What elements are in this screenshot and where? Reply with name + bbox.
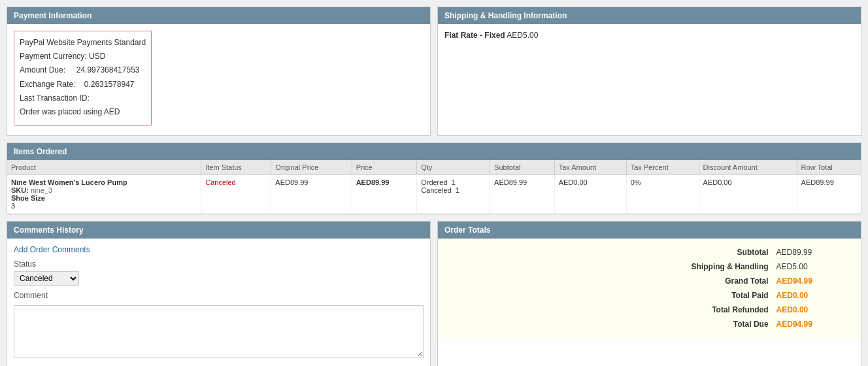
tax-amount-cell: AED0.00 — [554, 175, 626, 214]
payment-info-header: Payment Information — [7, 7, 430, 24]
price-value: AED89.99 — [356, 178, 390, 186]
subtotal-row: Subtotal AED89.99 — [444, 245, 854, 259]
comments-history-header: Comments History — [7, 222, 430, 239]
total-due-label: Total Due — [444, 317, 773, 331]
item-status-value: Canceled — [205, 178, 235, 186]
items-table-head: Product Item Status Original Price Price… — [7, 160, 861, 175]
qty-canceled-line: Canceled 1 — [421, 186, 486, 194]
order-totals-panel: Order Totals Subtotal AED89.99 Shipping … — [437, 221, 861, 366]
status-select[interactable]: Canceled Pending Processing Complete Clo… — [14, 271, 79, 286]
comments-body: Add Order Comments Status Canceled Pendi… — [7, 239, 430, 366]
original-price-cell: AED89.99 — [271, 175, 352, 214]
totals-table: Subtotal AED89.99 Shipping & Handling AE… — [444, 245, 854, 331]
shipping-rate: Flat Rate - Fixed AED5.00 — [444, 31, 854, 40]
grand-total-value: AED94.99 — [773, 274, 854, 288]
qty-canceled-val: 1 — [456, 186, 459, 194]
total-paid-row: Total Paid AED0.00 — [444, 288, 854, 303]
payment-info-body: PayPal Website Payments Standard Payment… — [7, 24, 430, 135]
totals-table-body: Subtotal AED89.99 Shipping & Handling AE… — [444, 245, 854, 331]
transaction-label: Last Transaction ID: — [20, 93, 90, 103]
total-paid-value: AED0.00 — [773, 288, 854, 303]
comment-label: Comment — [14, 291, 424, 300]
qty-cell: Ordered 1 Canceled 1 — [417, 175, 490, 214]
col-product: Product — [7, 160, 201, 175]
shipping-info-header: Shipping & Handling Information — [438, 7, 861, 24]
status-label: Status — [14, 259, 424, 269]
table-row: Nine West Women's Lucero Pump SKU: nine_… — [7, 175, 861, 214]
col-row-total: Row Total — [797, 160, 861, 175]
exchange-label: Exchange Rate: — [20, 80, 75, 89]
order-note: Order was placed using AED — [20, 106, 146, 118]
add-order-comments-link[interactable]: Add Order Comments — [14, 245, 90, 254]
grand-total-label: Grand Total — [444, 274, 773, 288]
payment-info-title: Payment Information — [14, 11, 92, 20]
price-cell: AED89.99 — [352, 175, 417, 214]
payment-info-panel: Payment Information PayPal Website Payme… — [7, 7, 431, 136]
col-item-status: Item Status — [201, 160, 271, 175]
shoe-size-label: Shoe Size — [11, 194, 45, 202]
sku-line: SKU: nine_3 — [11, 186, 197, 194]
comment-textarea[interactable] — [14, 305, 424, 358]
discount-amount-cell: AED0.00 — [699, 175, 797, 214]
total-refunded-label: Total Refunded — [444, 303, 773, 317]
shipping-label: Flat Rate - Fixed — [444, 31, 505, 40]
col-qty: Qty — [417, 160, 490, 175]
payment-info-box: PayPal Website Payments Standard Payment… — [14, 31, 152, 125]
product-cell: Nine West Women's Lucero Pump SKU: nine_… — [7, 175, 201, 214]
sku-value: nine_3 — [31, 186, 52, 194]
comments-history-title: Comments History — [14, 225, 84, 235]
col-discount-amount: Discount Amount — [699, 160, 797, 175]
currency-label: Payment Currency: — [20, 52, 87, 61]
shoe-size-value: 3 — [11, 202, 15, 210]
transaction-id-row: Last Transaction ID: — [20, 92, 146, 105]
sku-label: SKU: — [11, 186, 29, 194]
item-status-cell: Canceled — [201, 175, 271, 214]
subtotal-value: AED89.99 — [773, 245, 854, 259]
attr-label-row: Shoe Size — [11, 194, 197, 202]
bottom-row: Comments History Add Order Comments Stat… — [7, 221, 861, 366]
qty-ordered-line: Ordered 1 — [421, 178, 486, 186]
amount-due-row: Amount Due: 24.997368417553 — [20, 64, 146, 76]
attr-value-row: 3 — [11, 202, 197, 210]
exchange-value: 0.2631578947 — [84, 80, 135, 89]
items-table-body: Nine West Women's Lucero Pump SKU: nine_… — [7, 175, 861, 214]
items-table: Product Item Status Original Price Price… — [7, 160, 861, 214]
col-tax-amount: Tax Amount — [554, 160, 626, 175]
qty-ordered-val: 1 — [452, 178, 456, 186]
col-original-price: Original Price — [271, 160, 352, 175]
order-totals-title: Order Totals — [444, 225, 490, 235]
shipping-info-title: Shipping & Handling Information — [444, 11, 567, 20]
items-ordered-header: Items Ordered — [7, 143, 861, 160]
grand-total-row: Grand Total AED94.99 — [444, 274, 854, 288]
qty-ordered-label: Ordered — [421, 178, 447, 186]
top-row: Payment Information PayPal Website Payme… — [7, 7, 861, 136]
payment-method: PayPal Website Payments Standard — [20, 37, 146, 49]
total-paid-label: Total Paid — [444, 288, 773, 303]
shipping-info-panel: Shipping & Handling Information Flat Rat… — [437, 7, 861, 136]
order-totals-header: Order Totals — [438, 222, 861, 239]
qty-canceled-label: Canceled — [421, 186, 451, 194]
col-subtotal: Subtotal — [490, 160, 555, 175]
items-table-header-row: Product Item Status Original Price Price… — [7, 160, 861, 175]
col-tax-percent: Tax Percent — [626, 160, 699, 175]
shipping-row: Shipping & Handling AED5.00 — [444, 259, 854, 274]
items-ordered-panel: Items Ordered Product Item Status Origin… — [7, 142, 861, 214]
payment-currency-row: Payment Currency: USD — [20, 50, 146, 63]
total-refunded-value: AED0.00 — [773, 303, 854, 317]
row-total-cell: AED89.99 — [797, 175, 861, 214]
total-due-row: Total Due AED94.99 — [444, 317, 854, 331]
subtotal-cell: AED89.99 — [490, 175, 555, 214]
total-refunded-row: Total Refunded AED0.00 — [444, 303, 854, 317]
amount-label: Amount Due: — [20, 65, 65, 75]
shipping-label: Shipping & Handling — [444, 259, 773, 274]
total-due-value: AED94.99 — [773, 317, 854, 331]
comments-history-panel: Comments History Add Order Comments Stat… — [7, 221, 431, 366]
page-wrapper: Payment Information PayPal Website Payme… — [7, 7, 861, 366]
subtotal-label: Subtotal — [444, 245, 773, 259]
col-price: Price — [352, 160, 417, 175]
exchange-rate-row: Exchange Rate: 0.2631578947 — [20, 78, 146, 91]
product-name: Nine West Women's Lucero Pump — [11, 178, 197, 186]
shipping-value: AED5.00 — [507, 31, 538, 40]
totals-body: Subtotal AED89.99 Shipping & Handling AE… — [438, 239, 861, 338]
currency-value: USD — [89, 52, 105, 61]
